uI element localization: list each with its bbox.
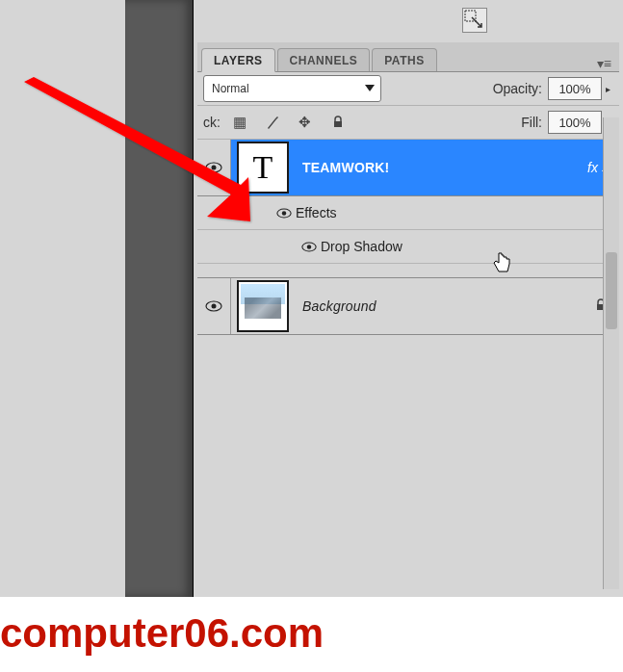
blend-opacity-row: Normal Opacity: 100% ▸ — [197, 72, 619, 106]
panel-tabs: LAYERS CHANNELS PATHS ▾≡ — [197, 42, 619, 72]
effects-visibility-icon[interactable] — [273, 208, 296, 219]
app-frame: LAYERS CHANNELS PATHS ▾≡ Normal Opacity:… — [0, 0, 623, 597]
transform-controls-icon[interactable] — [462, 8, 487, 33]
lock-fill-row: ck: ▦ ✥ Fill: 100% ▸ — [197, 106, 619, 140]
visibility-toggle[interactable] — [197, 140, 231, 195]
opacity-popup-arrow[interactable]: ▸ — [602, 78, 613, 99]
svg-point-7 — [307, 245, 311, 248]
drop-shadow-label: Drop Shadow — [321, 239, 402, 254]
fx-indicator[interactable]: fx — [587, 160, 598, 175]
svg-point-9 — [212, 304, 217, 309]
opacity-input[interactable]: 100% — [548, 77, 602, 100]
tab-channels[interactable]: CHANNELS — [277, 48, 371, 71]
layer-name-label: TEAMWORK! — [302, 160, 389, 175]
lock-transparency-icon[interactable]: ▦ — [230, 113, 249, 132]
panel-menu-icon[interactable]: ▾≡ — [597, 56, 619, 71]
layer-background[interactable]: Background — [197, 278, 619, 335]
layers-panel: LAYERS CHANNELS PATHS ▾≡ Normal Opacity:… — [197, 42, 619, 597]
lock-pixels-icon[interactable] — [263, 113, 282, 132]
scrollbar-thumb[interactable] — [606, 252, 617, 329]
spacer — [197, 264, 619, 278]
fill-label: Fill: — [521, 115, 542, 130]
tab-paths[interactable]: PATHS — [372, 48, 436, 71]
svg-point-3 — [212, 166, 217, 170]
watermark-text: computer06.com — [0, 610, 623, 657]
opacity-label: Opacity: — [493, 81, 542, 96]
drop-shadow-row[interactable]: Drop Shadow — [197, 230, 619, 264]
effects-row[interactable]: Effects — [197, 196, 619, 230]
lock-position-icon[interactable]: ✥ — [296, 113, 315, 132]
chevron-down-icon — [365, 85, 375, 91]
fill-input[interactable]: 100% — [548, 111, 602, 134]
effects-label: Effects — [296, 205, 337, 220]
panel-scrollbar[interactable] — [603, 117, 619, 589]
svg-point-5 — [282, 211, 286, 215]
options-bar — [197, 0, 619, 43]
layer-text-teamwork[interactable]: T TEAMWORK! fx — [197, 140, 619, 196]
drop-shadow-visibility-icon[interactable] — [298, 242, 321, 252]
layer-name-label: Background — [302, 298, 376, 314]
lock-icons: ▦ ✥ — [230, 113, 348, 132]
blend-mode-value: Normal — [212, 82, 249, 95]
text-layer-thumbnail[interactable]: T — [237, 142, 289, 194]
visibility-toggle[interactable] — [197, 278, 231, 334]
svg-rect-1 — [334, 121, 342, 127]
tab-layers[interactable]: LAYERS — [201, 48, 275, 72]
background-thumbnail[interactable] — [237, 280, 289, 332]
blend-mode-select[interactable]: Normal — [203, 75, 381, 102]
canvas-area[interactable] — [125, 0, 194, 597]
layers-list: T TEAMWORK! fx Effects Drop Shadow — [197, 140, 619, 335]
lock-label: ck: — [203, 115, 221, 130]
lock-all-icon[interactable] — [328, 113, 348, 132]
